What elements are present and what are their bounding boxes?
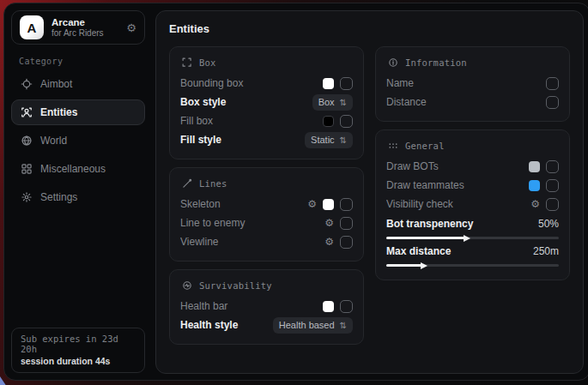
right-column: InformationNameDistanceGeneralDraw BOTsD… <box>375 46 570 352</box>
slider-handle[interactable] <box>464 235 470 242</box>
setting-label: Line to enemy <box>180 217 324 229</box>
color-swatch[interactable] <box>323 199 334 210</box>
sidebar-item-label: World <box>40 135 67 147</box>
slider-value: 250m <box>533 245 559 257</box>
checkbox[interactable] <box>340 300 353 313</box>
slider-track[interactable] <box>386 264 559 267</box>
setting-label: Skeleton <box>180 198 307 210</box>
gear-icon[interactable]: ⚙ <box>324 218 334 228</box>
dropdown-select[interactable]: Health based⇅ <box>273 317 353 334</box>
slider-fill <box>386 264 422 267</box>
checkbox[interactable] <box>340 77 353 90</box>
sidebar-item-aimbot[interactable]: Aimbot <box>11 71 145 97</box>
setting-row: Health bar <box>180 297 353 316</box>
dropdown-value: Box <box>318 97 335 107</box>
grid-icon <box>20 163 33 176</box>
color-swatch[interactable] <box>529 180 540 191</box>
category-label: Category <box>19 57 145 66</box>
dropdown-select[interactable]: Static⇅ <box>305 132 353 148</box>
color-swatch[interactable] <box>529 161 540 172</box>
sidebar-item-label: Settings <box>40 191 77 203</box>
sidebar-item-miscellaneous[interactable]: Miscellaneous <box>11 156 145 182</box>
panel-header: Survivability <box>180 279 353 292</box>
setting-label: Viewline <box>180 236 324 248</box>
checkbox[interactable] <box>546 77 559 90</box>
gear-icon <box>20 191 33 204</box>
entities-icon <box>20 106 33 119</box>
box-corners-icon <box>180 56 193 69</box>
row-controls <box>323 300 353 313</box>
slider-track[interactable] <box>386 237 559 239</box>
setting-label: Draw BOTs <box>386 160 529 172</box>
row-controls: ⚙ <box>324 217 353 230</box>
dropdown-select[interactable]: Box⇅ <box>312 94 353 111</box>
checkbox[interactable] <box>340 217 353 230</box>
setting-label: Box style <box>180 96 312 108</box>
setting-row: Box styleBox⇅ <box>180 93 353 111</box>
setting-label: Name <box>386 77 546 89</box>
slider-handle[interactable] <box>421 262 427 269</box>
slider-value: 50% <box>538 218 559 230</box>
panel-header: Box <box>180 56 353 69</box>
sidebar: A Arcane for Arc Riders ⚙ Category Aimbo… <box>4 3 152 380</box>
setting-row: Visibility check⚙ <box>386 195 559 214</box>
slider-setting: Max distance250m <box>386 243 559 267</box>
sidebar-item-label: Miscellaneous <box>40 163 106 175</box>
gear-icon[interactable]: ⚙ <box>126 21 136 34</box>
setting-label: Bot transpenency <box>386 218 538 230</box>
panel-header: General <box>386 139 559 152</box>
setting-label: Max distance <box>386 245 533 257</box>
color-swatch[interactable] <box>323 116 334 127</box>
gear-icon[interactable]: ⚙ <box>530 199 540 209</box>
slider-setting: Bot transpenency50% <box>386 215 559 239</box>
checkbox[interactable] <box>340 198 353 211</box>
sidebar-item-entities[interactable]: Entities <box>11 99 145 125</box>
dropdown-value: Health based <box>279 320 335 330</box>
checkbox[interactable] <box>340 115 353 128</box>
setting-row: Fill styleStatic⇅ <box>180 130 353 149</box>
sidebar-item-world[interactable]: World <box>11 128 145 153</box>
row-controls: ⚙ <box>307 198 353 211</box>
pulse-icon <box>180 279 193 292</box>
checkbox[interactable] <box>546 198 559 211</box>
panel-title: Survivability <box>199 280 272 291</box>
app-window: A Arcane for Arc Riders ⚙ Category Aimbo… <box>3 3 588 381</box>
setting-row: Bounding box <box>180 74 353 93</box>
checkbox[interactable] <box>546 179 559 192</box>
row-controls: ⚙ <box>324 236 353 249</box>
subscription-status-card: Sub expires in 23d 20h session duration … <box>11 328 145 373</box>
color-swatch[interactable] <box>323 78 334 89</box>
checkbox[interactable] <box>546 160 559 173</box>
panel-title: Information <box>405 57 467 68</box>
panel-survivability: SurvivabilityHealth barHealth styleHealt… <box>169 269 364 345</box>
setting-row: Draw BOTs <box>386 157 559 176</box>
sidebar-item-settings[interactable]: Settings <box>11 184 145 210</box>
panel-header: Information <box>386 56 559 69</box>
panel-title: Lines <box>199 178 227 189</box>
panel-lines: LinesSkeleton⚙Line to enemy⚙Viewline⚙ <box>169 167 364 262</box>
color-swatch[interactable] <box>323 301 334 312</box>
checkbox[interactable] <box>546 96 559 109</box>
row-controls <box>529 179 559 192</box>
line-icon <box>180 177 193 189</box>
setting-row: Fill box <box>180 111 353 130</box>
sidebar-item-label: Aimbot <box>40 78 72 90</box>
row-controls <box>546 77 559 90</box>
crosshair-icon <box>20 78 33 91</box>
row-controls <box>323 115 353 128</box>
setting-label: Visibility check <box>386 198 530 210</box>
panel-box: BoxBounding boxBox styleBox⇅Fill boxFill… <box>169 46 364 159</box>
setting-row: Health styleHealth based⇅ <box>180 316 353 334</box>
gear-icon[interactable]: ⚙ <box>307 199 317 209</box>
row-controls: Health based⇅ <box>273 317 353 334</box>
setting-row: Viewline⚙ <box>180 232 353 251</box>
info-icon <box>386 56 399 69</box>
sidebar-nav: AimbotEntitiesWorldMiscellaneousSettings <box>11 71 145 210</box>
setting-label: Bounding box <box>180 77 323 89</box>
setting-row: Skeleton⚙ <box>180 195 353 214</box>
panel-header: Lines <box>180 177 353 189</box>
checkbox[interactable] <box>340 236 353 249</box>
app-title: Arcane <box>52 16 118 28</box>
page-title: Entities <box>169 22 570 35</box>
gear-icon[interactable]: ⚙ <box>324 237 334 247</box>
